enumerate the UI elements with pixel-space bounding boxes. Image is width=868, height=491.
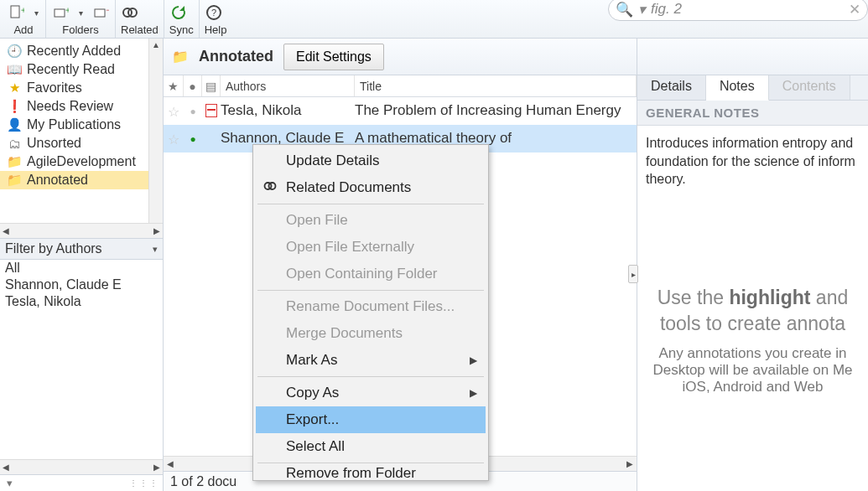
ctx-related-documents[interactable]: Related Documents bbox=[256, 174, 486, 201]
svg-point-11 bbox=[269, 183, 276, 189]
filter-hscrollbar[interactable]: ◀▶ bbox=[0, 459, 163, 474]
sidebar-item-unsorted[interactable]: 🗂 Unsorted bbox=[0, 134, 163, 152]
filter-row-author[interactable]: Tesla, Nikola bbox=[0, 293, 163, 310]
folder-icon: 📁 bbox=[172, 49, 189, 65]
row-pdf-icon[interactable] bbox=[202, 102, 221, 120]
sidebar-item-my-publications[interactable]: 👤 My Publications bbox=[0, 116, 163, 134]
toolbar-group-add: ＋ ▾ Add bbox=[2, 0, 46, 38]
sidebar-item-label: Favorites bbox=[27, 80, 82, 96]
ctx-export[interactable]: Export... bbox=[256, 406, 486, 433]
ctx-label: Select All bbox=[286, 438, 345, 455]
sidebar-item-recently-added[interactable]: 🕘 Recently Added bbox=[0, 42, 163, 60]
sidebar-item-favorites[interactable]: ★ Favorites bbox=[0, 79, 163, 97]
filter-list: All Shannon, Claude E Tesla, Nikola ◀▶ bbox=[0, 260, 163, 474]
table-row[interactable]: ☆ ● Tesla, Nikola The Problem of Increas… bbox=[164, 97, 637, 125]
toolbar-label-related: Related bbox=[121, 23, 159, 36]
promo-text: and bbox=[810, 287, 848, 308]
sidebar-item-agile[interactable]: 📁 AgileDevelopment bbox=[0, 152, 163, 171]
ctx-label: Remove from Folder bbox=[286, 466, 416, 478]
ctx-copy-as[interactable]: Copy As ▶ bbox=[256, 380, 486, 406]
ctx-remove-from-folder[interactable]: Remove from Folder bbox=[256, 466, 486, 478]
tab-contents[interactable]: Contents bbox=[769, 75, 850, 100]
folder-icon: 📁 bbox=[7, 154, 22, 169]
col-title[interactable]: Title bbox=[355, 75, 637, 96]
svg-text:＋: ＋ bbox=[64, 5, 69, 14]
tray-icon: 🗂 bbox=[7, 137, 22, 151]
folder-remove-icon[interactable]: － bbox=[91, 3, 110, 22]
submenu-arrow-icon: ▶ bbox=[470, 354, 477, 366]
ctx-label: Open File bbox=[286, 212, 348, 229]
toolbar-group-sync: Sync bbox=[164, 0, 200, 38]
folder-icon: 📁 bbox=[7, 173, 22, 188]
ctx-open-file-externally: Open File Externally bbox=[256, 234, 486, 261]
row-read-icon[interactable]: ● bbox=[184, 102, 202, 117]
svg-text:?: ? bbox=[211, 8, 216, 18]
toolbar-group-help: ? Help bbox=[200, 0, 232, 38]
sync-icon[interactable] bbox=[169, 3, 188, 22]
general-notes-body[interactable]: Introduces information entropy and found… bbox=[637, 126, 868, 277]
alert-icon: ❗ bbox=[7, 99, 22, 114]
dropdown-icon: ▾ bbox=[153, 244, 158, 255]
ctx-mark-as[interactable]: Mark As ▶ bbox=[256, 347, 486, 374]
sidebar-item-annotated[interactable]: 📁 Annotated bbox=[0, 171, 163, 189]
ctx-open-containing-folder: Open Containing Folder bbox=[256, 261, 486, 287]
tab-notes[interactable]: Notes bbox=[706, 75, 769, 101]
ctx-label: Open Containing Folder bbox=[286, 266, 438, 282]
search-box[interactable]: 🔍 ▾ fig. 2 ✕ bbox=[608, 0, 868, 21]
row-star-icon[interactable]: ☆ bbox=[164, 130, 184, 147]
context-menu: Update Details Related Documents Open Fi… bbox=[252, 144, 489, 481]
col-read[interactable]: ● bbox=[184, 75, 202, 96]
col-doc[interactable]: ▤ bbox=[202, 75, 221, 96]
ctx-open-file: Open File bbox=[256, 207, 486, 234]
related-icon[interactable] bbox=[121, 3, 139, 22]
col-authors[interactable]: Authors bbox=[221, 75, 355, 96]
related-icon bbox=[261, 178, 279, 197]
sidebar-item-label: Annotated bbox=[27, 173, 88, 188]
edit-settings-button[interactable]: Edit Settings bbox=[283, 44, 384, 70]
row-author: Tesla, Nikola bbox=[221, 102, 355, 119]
tab-details[interactable]: Details bbox=[637, 75, 706, 100]
toolbar-group-folders: ＋ ▾ － Folders bbox=[46, 0, 116, 38]
ctx-select-all[interactable]: Select All bbox=[256, 433, 486, 460]
sidebar-vscrollbar[interactable]: ▲ bbox=[148, 39, 163, 223]
resize-grip-icon[interactable]: ⋮⋮⋮ bbox=[18, 478, 163, 488]
filter-header[interactable]: Filter by Authors ▾ bbox=[0, 238, 163, 260]
add-dropdown-icon[interactable]: ▾ bbox=[32, 8, 40, 18]
ctx-label: Export... bbox=[286, 411, 339, 428]
sidebar-hscrollbar[interactable]: ◀▶ bbox=[0, 223, 163, 238]
folder-add-icon[interactable]: ＋ bbox=[51, 3, 70, 22]
folder-dropdown-icon[interactable]: ▾ bbox=[76, 8, 85, 18]
promo-text: Use the bbox=[657, 287, 730, 308]
help-icon[interactable]: ? bbox=[205, 3, 223, 22]
funnel-icon[interactable]: ▾ bbox=[0, 477, 18, 489]
sidebar-item-label: Unsorted bbox=[27, 136, 81, 151]
panel-collapse-icon[interactable]: ▸ bbox=[628, 265, 638, 283]
status-text: 1 of 2 docu bbox=[170, 474, 236, 489]
toolbar-label-sync: Sync bbox=[169, 23, 194, 36]
sidebar-item-recently-read[interactable]: 📖 Recently Read bbox=[0, 60, 163, 79]
ctx-label: Copy As bbox=[286, 385, 339, 401]
sidebar: 🕘 Recently Added 📖 Recently Read ★ Favor… bbox=[0, 39, 164, 491]
ctx-label: Related Documents bbox=[286, 179, 411, 196]
row-star-icon[interactable]: ☆ bbox=[164, 102, 184, 120]
sidebar-item-label: Recently Read bbox=[27, 62, 115, 77]
toolbar-label-help: Help bbox=[205, 23, 227, 36]
ctx-merge-documents: Merge Documents bbox=[256, 320, 486, 347]
col-star[interactable]: ★ bbox=[164, 75, 184, 96]
filter-row-author[interactable]: Shannon, Claude E bbox=[0, 277, 163, 293]
right-tabs: Details Notes Contents bbox=[637, 75, 868, 101]
clock-icon: 🕘 bbox=[7, 44, 22, 59]
ctx-label: Update Details bbox=[286, 152, 380, 169]
add-file-icon[interactable]: ＋ bbox=[7, 3, 25, 22]
search-clear-icon[interactable]: ✕ bbox=[849, 1, 860, 18]
ctx-label: Open File Externally bbox=[286, 239, 414, 256]
filter-row-all[interactable]: All bbox=[0, 260, 163, 277]
row-read-icon[interactable]: ● bbox=[184, 130, 202, 145]
general-notes-header: GENERAL NOTES bbox=[637, 101, 868, 126]
svg-rect-0 bbox=[11, 6, 19, 18]
search-icon: 🔍 bbox=[616, 1, 633, 18]
ctx-update-details[interactable]: Update Details bbox=[256, 147, 486, 174]
sidebar-item-needs-review[interactable]: ❗ Needs Review bbox=[0, 97, 163, 116]
promo-text: Any annotations you create in bbox=[646, 345, 860, 362]
column-headers: ★ ● ▤ Authors Title bbox=[164, 75, 637, 97]
